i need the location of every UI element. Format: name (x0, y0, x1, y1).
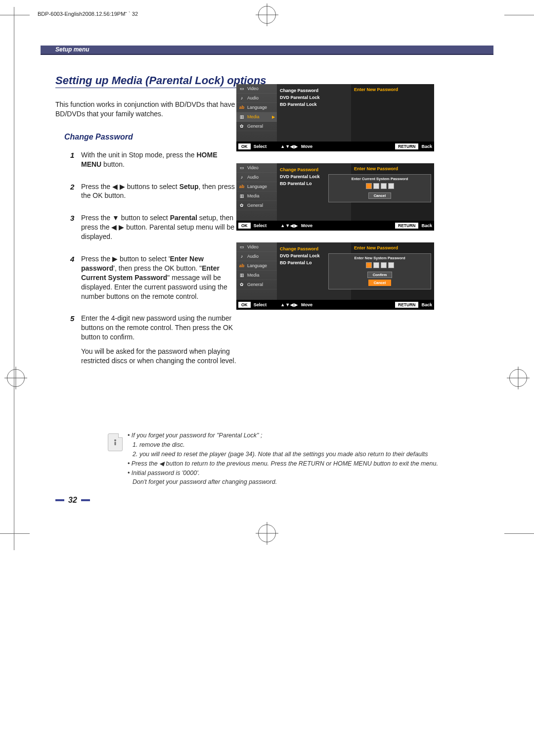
left-right-arrow-icon: ◀ ▶ (111, 223, 124, 231)
move-label: Move (301, 223, 312, 228)
cancel-button[interactable]: Cancel (368, 280, 392, 286)
language-icon: ab (238, 184, 245, 189)
osd-control-bar: OK Select ▲▼◀▶ Move RETURN Back (236, 300, 434, 310)
video-icon: ▭ (238, 86, 245, 92)
step-number: 4 (70, 254, 81, 301)
osd-panel-3: ▭Video ♪Audio abLanguage ▥Media ✿General… (236, 242, 434, 310)
password-dialog: Enter Current System Password Cancel (328, 174, 431, 202)
step-5: 5 Enter the 4-digit new password using t… (70, 314, 238, 365)
dialog-title: Enter Current System Password (331, 177, 429, 181)
page-number-dash-icon (81, 499, 90, 501)
media-icon: ▥ (238, 114, 245, 120)
media-icon: ▥ (238, 193, 245, 199)
arrow-keys-icon: ▲▼◀▶ (280, 144, 298, 149)
step-text: Press the ▼ button to select Parental se… (81, 213, 238, 241)
return-button[interactable]: RETURN (395, 302, 418, 308)
select-label: Select (254, 144, 267, 149)
audio-icon: ♪ (238, 95, 245, 101)
osd-sidebar: ▭Video ♪Audio abLanguage ▥Media▶ ✿Genera… (236, 84, 277, 142)
osd-panel-1: ▭Video ♪Audio abLanguage ▥Media▶ ✿Genera… (236, 84, 434, 151)
header-underline (41, 54, 493, 55)
step-text: Enter the 4-digit new password using the… (81, 314, 238, 365)
osd-right-title: Enter New Password (354, 245, 431, 250)
move-label: Move (301, 144, 312, 149)
left-right-arrow-icon: ◀ ▶ (112, 183, 125, 190)
cancel-button[interactable]: Cancel (368, 192, 392, 199)
select-label: Select (254, 302, 267, 307)
caret-right-icon: ▶ (272, 115, 275, 119)
osd-control-bar: OK Select ▲▼◀▶ Move RETURN Back (236, 221, 434, 231)
step-number: 3 (70, 213, 81, 241)
osd-panels: ▭Video ♪Audio abLanguage ▥Media▶ ✿Genera… (236, 84, 434, 322)
down-arrow-icon: ▼ (112, 214, 119, 222)
arrow-keys-icon: ▲▼◀▶ (280, 223, 298, 228)
back-label: Back (421, 302, 432, 307)
media-icon: ▥ (238, 272, 245, 278)
steps-list: 1 With the unit in Stop mode, press the … (70, 150, 238, 366)
language-icon: ab (238, 104, 245, 110)
document-id: BDP-6003-English2008.12.56:19PM˘ ` 32 (38, 11, 138, 17)
step-text: Press the ▶ button to select 'Enter New … (81, 254, 238, 301)
arrow-keys-icon: ▲▼◀▶ (280, 302, 298, 307)
general-icon: ✿ (238, 282, 245, 287)
header-bar: Setup menu (41, 46, 493, 54)
password-boxes (331, 262, 429, 268)
step-number: 5 (70, 314, 81, 365)
osd-sidebar: ▭Video ♪Audio abLanguage ▥Media ✿General (236, 163, 277, 221)
return-button[interactable]: RETURN (395, 143, 418, 149)
note-icon (108, 433, 123, 451)
crop-bottom (0, 523, 534, 543)
page-number-dash-icon (55, 499, 64, 501)
registration-mark-icon (7, 369, 25, 387)
general-icon: ✿ (238, 123, 245, 129)
osd-sidebar: ▭Video ♪Audio abLanguage ▥Media ✿General (236, 242, 277, 300)
confirm-button[interactable]: Confirm (367, 272, 393, 278)
registration-mark-icon (258, 524, 276, 542)
step-2: 2 Press the ◀ ▶ buttons to select Setup,… (70, 182, 238, 201)
right-arrow-icon: ▶ (112, 255, 118, 263)
registration-mark-icon (509, 369, 527, 387)
osd-right-title: Enter New Password (354, 87, 431, 92)
password-boxes (331, 183, 429, 189)
osd-right-title: Enter New Password (354, 166, 431, 171)
osd-right-pane: Enter New Password Enter Current System … (351, 163, 434, 221)
osd-control-bar: OK Select ▲▼◀▶ Move RETURN Back (236, 142, 434, 151)
dialog-title: Enter New System Password (331, 256, 429, 260)
back-label: Back (421, 223, 432, 228)
general-icon: ✿ (238, 202, 245, 208)
language-icon: ab (238, 263, 245, 269)
crop-left-line (14, 7, 14, 550)
step-text: Press the ◀ ▶ buttons to select Setup, t… (81, 182, 238, 201)
step-text: With the unit in Stop mode, press the HO… (81, 150, 238, 169)
page-number: 32 (68, 496, 77, 505)
notes: • If you forget your password for "Paren… (128, 430, 474, 487)
ok-button[interactable]: OK (238, 302, 251, 308)
svg-point-0 (114, 439, 116, 441)
page-title: Setting up Media (Parental Lock) options (55, 74, 267, 88)
osd-right-pane: Enter New Password (351, 84, 434, 142)
audio-icon: ♪ (238, 174, 245, 180)
step-4: 4 Press the ▶ button to select 'Enter Ne… (70, 254, 238, 301)
step-number: 1 (70, 150, 81, 169)
left-arrow-icon: ◀ (159, 460, 164, 467)
password-dialog: Enter New System Password Confirm Cancel (328, 253, 431, 289)
manual-page: BDP-6003-English2008.12.56:19PM˘ ` 32 Se… (0, 0, 534, 756)
step-1: 1 With the unit in Stop mode, press the … (70, 150, 238, 169)
osd-menu-list: Change Password DVD Parental Lock BD Par… (277, 84, 351, 142)
return-button[interactable]: RETURN (395, 223, 418, 229)
video-icon: ▭ (238, 244, 245, 250)
select-label: Select (254, 223, 267, 228)
registration-mark-icon (258, 6, 276, 24)
page-number-wrap: 32 (55, 496, 90, 505)
back-label: Back (421, 144, 432, 149)
step-3: 3 Press the ▼ button to select Parental … (70, 213, 238, 241)
header-section-label: Setup menu (55, 46, 89, 53)
osd-right-pane: Enter New Password Enter New System Pass… (351, 242, 434, 300)
ok-button[interactable]: OK (238, 223, 251, 229)
ok-button[interactable]: OK (238, 143, 251, 149)
move-label: Move (301, 302, 312, 307)
video-icon: ▭ (238, 165, 245, 171)
svg-rect-1 (115, 442, 116, 445)
step-number: 2 (70, 182, 81, 201)
osd-panel-2: ▭Video ♪Audio abLanguage ▥Media ✿General… (236, 163, 434, 231)
